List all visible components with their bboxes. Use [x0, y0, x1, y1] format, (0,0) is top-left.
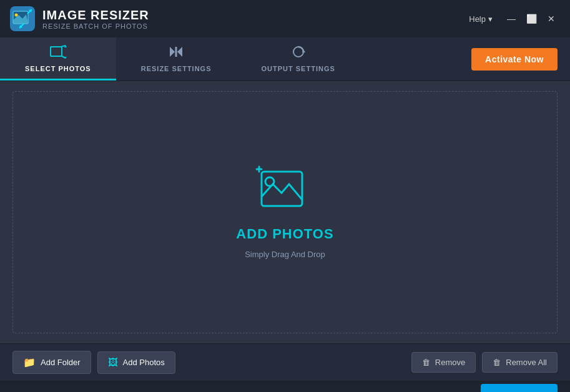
- add-folder-button[interactable]: 📁 Add Folder: [12, 351, 91, 374]
- output-settings-icon: [290, 44, 307, 62]
- svg-marker-13: [170, 47, 175, 57]
- minimize-button[interactable]: —: [503, 10, 520, 27]
- drop-area[interactable]: ADD PHOTOS Simply Drag And Drop: [12, 91, 558, 333]
- chevron-down-icon: ▾: [488, 14, 493, 24]
- tab-select-photos-label: SELECT PHOTOS: [25, 65, 91, 72]
- tab-resize-settings[interactable]: RESIZE SETTINGS: [116, 37, 237, 81]
- add-photos-button[interactable]: 🖼 Add Photos: [97, 351, 175, 374]
- svg-point-3: [15, 14, 18, 17]
- tab-output-settings-label: OUTPUT SETTINGS: [262, 65, 335, 72]
- window-controls: Help ▾ — ⬜ ✕: [469, 10, 560, 27]
- tab-select-photos[interactable]: SELECT PHOTOS: [0, 37, 116, 81]
- remove-label: Remove: [435, 358, 465, 367]
- resize-settings-icon: [167, 44, 185, 62]
- restore-button[interactable]: ⬜: [523, 10, 540, 27]
- svg-point-19: [265, 177, 274, 186]
- activate-btn-wrap: Activate Now: [471, 37, 570, 81]
- next-arrow-icon: ›: [531, 390, 536, 393]
- remove-all-label: Remove All: [506, 358, 547, 367]
- select-photos-icon: [49, 44, 67, 62]
- remove-buttons: 🗑 Remove 🗑 Remove All: [411, 352, 558, 373]
- title-bar: IMAGE RESIZER RESIZE BATCH OF PHOTOS Hel…: [0, 0, 570, 37]
- trash-icon: 🗑: [422, 358, 430, 367]
- bottom-toolbar: 📁 Add Folder 🖼 Add Photos 🗑 Remove 🗑 Rem…: [0, 343, 570, 381]
- tab-bar: SELECT PHOTOS RESIZE SETTINGS OUTPUT SET…: [0, 37, 570, 81]
- svg-rect-8: [51, 47, 62, 56]
- trash-all-icon: 🗑: [493, 358, 501, 367]
- add-photos-subtitle: Simply Drag And Drop: [245, 250, 325, 259]
- app-subtitle: RESIZE BATCH OF PHOTOS: [42, 22, 149, 30]
- svg-marker-15: [177, 47, 182, 57]
- activate-now-button[interactable]: Activate Now: [471, 48, 558, 71]
- next-row: Next ›: [0, 381, 570, 392]
- tab-resize-settings-label: RESIZE SETTINGS: [141, 65, 212, 72]
- tab-output-settings[interactable]: OUTPUT SETTINGS: [237, 37, 360, 81]
- help-label: Help: [469, 14, 486, 24]
- remove-all-button[interactable]: 🗑 Remove All: [482, 352, 558, 373]
- remove-button[interactable]: 🗑 Remove: [411, 352, 476, 373]
- folder-icon: 📁: [23, 356, 36, 368]
- close-button[interactable]: ✕: [543, 10, 560, 27]
- add-photos-title: ADD PHOTOS: [236, 226, 333, 242]
- app-title: IMAGE RESIZER: [42, 8, 149, 22]
- add-photos-icon: [254, 165, 317, 218]
- image-icon: 🖼: [108, 357, 118, 368]
- app-icon: [10, 6, 35, 31]
- next-button[interactable]: Next ›: [481, 384, 558, 393]
- help-button[interactable]: Help ▾: [469, 14, 493, 24]
- add-photos-label: Add Photos: [123, 358, 165, 367]
- app-title-block: IMAGE RESIZER RESIZE BATCH OF PHOTOS: [42, 8, 149, 30]
- add-folder-label: Add Folder: [41, 358, 81, 367]
